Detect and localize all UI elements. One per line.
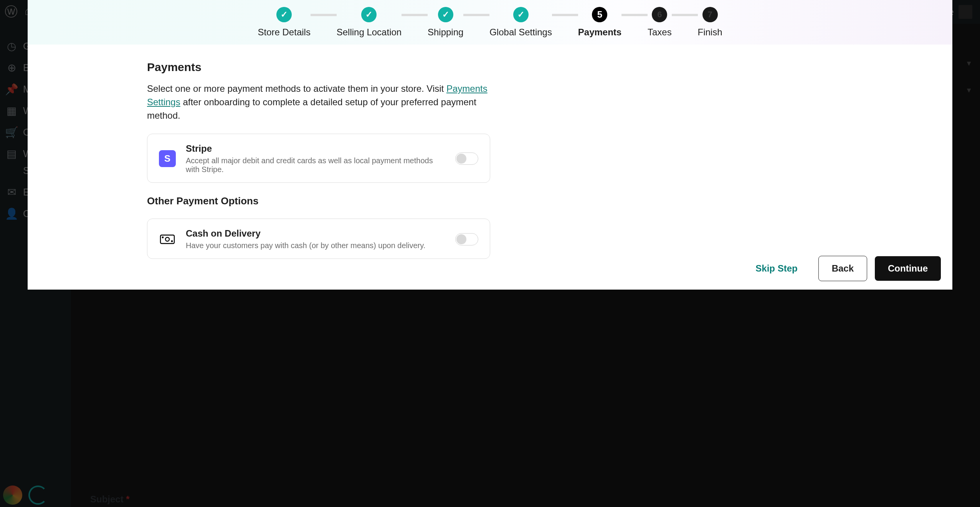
toggle-knob xyxy=(456,154,466,164)
check-icon xyxy=(361,7,377,22)
wizard-footer: Skip Step Back Continue xyxy=(28,255,952,290)
cod-toggle[interactable] xyxy=(455,233,478,245)
step-label: Payments xyxy=(578,27,621,38)
continue-button[interactable]: Continue xyxy=(875,256,941,281)
step-label: Selling Location xyxy=(337,27,402,38)
step-connector xyxy=(463,14,489,16)
step-connector xyxy=(621,14,648,16)
cash-icon xyxy=(159,231,176,248)
step-connector xyxy=(552,14,578,16)
step-connector xyxy=(311,14,337,16)
option-desc: Accept all major debit and credit cards … xyxy=(186,156,445,174)
step-number: 5 xyxy=(592,7,607,22)
lead-after: after onboarding to complete a detailed … xyxy=(147,97,476,121)
skip-step-button[interactable]: Skip Step xyxy=(742,256,810,281)
step-label: Shipping xyxy=(428,27,463,38)
step-label: Taxes xyxy=(648,27,672,38)
onboarding-wizard-modal: Store Details Selling Location Shipping … xyxy=(28,0,952,290)
svg-point-1 xyxy=(165,237,169,241)
step-label: Store Details xyxy=(258,27,311,38)
wizard-stepper: Store Details Selling Location Shipping … xyxy=(28,0,952,45)
other-options-heading: Other Payment Options xyxy=(147,195,490,207)
lead-text: Select one or more payment methods to ac… xyxy=(147,82,490,122)
step-label: Global Settings xyxy=(489,27,552,38)
step-shipping[interactable]: Shipping xyxy=(428,7,463,38)
step-number: 7 xyxy=(702,7,718,22)
toggle-knob xyxy=(456,234,466,244)
step-payments[interactable]: 5 Payments xyxy=(578,7,621,38)
lead-before: Select one or more payment methods to ac… xyxy=(147,83,446,94)
step-connector xyxy=(672,14,698,16)
payment-option-cod: Cash on Delivery Have your customers pay… xyxy=(147,219,490,259)
step-store-details[interactable]: Store Details xyxy=(258,7,311,38)
page-title: Payments xyxy=(147,61,490,74)
option-title: Cash on Delivery xyxy=(186,228,445,239)
wizard-content: Payments Select one or more payment meth… xyxy=(28,45,952,290)
svg-rect-0 xyxy=(160,235,174,244)
check-icon xyxy=(438,7,453,22)
step-selling-location[interactable]: Selling Location xyxy=(337,7,402,38)
step-taxes[interactable]: 6 Taxes xyxy=(648,7,672,38)
step-number: 6 xyxy=(652,7,667,22)
option-desc: Have your customers pay with cash (or by… xyxy=(186,241,445,250)
option-title: Stripe xyxy=(186,143,445,154)
stripe-icon: S xyxy=(159,150,176,167)
step-connector xyxy=(402,14,428,16)
stripe-toggle[interactable] xyxy=(455,152,478,165)
payment-option-stripe: S Stripe Accept all major debit and cred… xyxy=(147,134,490,183)
check-icon xyxy=(513,7,529,22)
step-global-settings[interactable]: Global Settings xyxy=(489,7,552,38)
svg-point-2 xyxy=(162,237,163,238)
check-icon xyxy=(276,7,292,22)
step-finish[interactable]: 7 Finish xyxy=(698,7,722,38)
svg-point-3 xyxy=(172,241,172,242)
back-button[interactable]: Back xyxy=(818,256,867,281)
step-label: Finish xyxy=(698,27,722,38)
